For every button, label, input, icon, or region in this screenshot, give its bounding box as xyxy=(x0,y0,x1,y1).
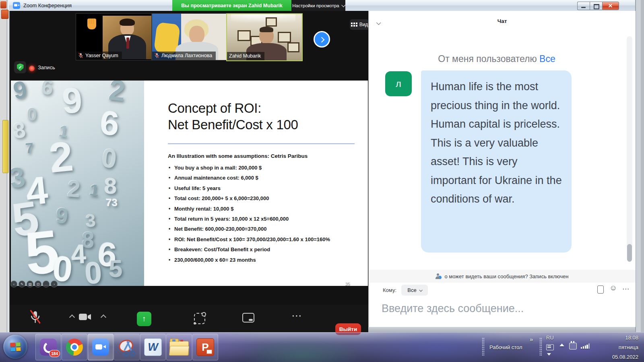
slide-bullet: Useful life: 5 years xyxy=(168,183,361,193)
taskbar-powerpoint-button[interactable]: P xyxy=(192,334,218,360)
camera-options-chevron[interactable] xyxy=(101,314,106,320)
taskbar-word-button[interactable]: W xyxy=(140,334,166,360)
numbers-art: 9692086172034281735935846005 xyxy=(11,81,144,286)
attach-file-icon[interactable] xyxy=(597,285,604,294)
windows-taskbar: 184 W P Рабочий стол » RU xyxy=(0,332,644,362)
desktop: Zoom Конференция Вы просматриваете экран… xyxy=(0,0,644,362)
next-page-button[interactable] xyxy=(314,31,330,48)
chat-panel: Чат От меня пользователю Все л Human lif… xyxy=(368,11,636,327)
zoom-slide-icon[interactable]: ⊡ xyxy=(35,281,41,288)
annotation-icon[interactable] xyxy=(194,313,205,324)
taskbar-chrome-button[interactable] xyxy=(62,334,87,360)
digit-art: 8 xyxy=(12,118,27,142)
remote-screen-icon[interactable] xyxy=(242,313,254,323)
digit-art: 1 xyxy=(89,182,100,199)
video-tile-zahid-active[interactable]: Zahid Mubarik xyxy=(226,13,303,61)
slide-bullet: Annual maintenance cost: 6,000 $ xyxy=(168,173,361,183)
slide-bullet: Monthly rental: 10,000 $ xyxy=(168,204,361,214)
microphone-muted-button[interactable] xyxy=(29,310,41,325)
language-menu-arrow[interactable] xyxy=(547,353,551,356)
video-tile-yasser[interactable]: Yasser Qayum xyxy=(76,13,152,60)
more-toolbar-icon[interactable]: ⋯ xyxy=(291,310,302,322)
participant-name: Yasser Qayum xyxy=(85,53,118,58)
slide-content: Concept of ROI: Net Benefit/Cost x 100 A… xyxy=(144,81,368,286)
view-button[interactable]: Вид xyxy=(350,19,369,30)
start-button[interactable] xyxy=(3,335,27,359)
background-highlight-cell xyxy=(2,120,8,173)
toolbar-expand-chevron[interactable]: » xyxy=(530,336,533,343)
digit-art: 0 xyxy=(27,105,37,123)
message-input[interactable] xyxy=(381,299,624,318)
view-settings-label: Настройки просмотра xyxy=(292,3,339,8)
digit-art: 7 xyxy=(25,141,34,155)
certificate-frame xyxy=(287,42,299,52)
more-options-icon[interactable]: … xyxy=(43,281,50,288)
window-controls xyxy=(577,2,619,10)
minimize-button[interactable] xyxy=(577,2,590,10)
chat-scrollbar-track[interactable] xyxy=(627,36,632,261)
digit-art: 2 xyxy=(47,135,75,179)
slide-page-number: 35 xyxy=(345,282,350,287)
taskbar-snipping-button[interactable] xyxy=(114,334,140,360)
network-tray-icon[interactable] xyxy=(569,343,577,350)
certificate-frame xyxy=(237,30,251,41)
keyboard-layout-icon[interactable] xyxy=(546,344,554,350)
viber-badge: 184 xyxy=(49,350,60,357)
all-slides-icon[interactable]: ▤ xyxy=(27,281,33,288)
security-shield-button[interactable]: ✓ xyxy=(14,61,26,73)
slide-title: Concept of ROI: Net Benefit/Cost x 100 xyxy=(168,100,298,133)
participant-nameplate: Людмила Лахтионова xyxy=(152,52,216,60)
presenter-controls: ‹ ✎ ▤ ⊡ … › xyxy=(10,280,58,288)
participant-name: Zahid Mubarik xyxy=(229,53,261,59)
share-screen-button[interactable]: ↑ xyxy=(137,312,151,326)
slide-bullet: 230,000/600,000 x 60= 23 months xyxy=(168,255,361,265)
mic-muted-icon xyxy=(154,53,159,58)
slide-bullet: Total cost: 200,000+ 5 x 6,000=230,000 xyxy=(168,193,361,203)
taskbar-zoom-button[interactable] xyxy=(88,334,114,360)
show-hidden-icons-button[interactable] xyxy=(559,343,564,346)
digit-art: 5 xyxy=(109,257,122,281)
viber-icon: 184 xyxy=(40,339,57,356)
grid-view-icon xyxy=(351,23,353,24)
mic-options-chevron[interactable] xyxy=(69,314,75,320)
slide-bullet: ROI: Net Benefit/Cost x 100= 370,000/230… xyxy=(168,234,361,244)
powerpoint-icon: P xyxy=(196,338,214,356)
taskbar-viber-button[interactable]: 184 xyxy=(35,334,61,360)
chevron-down-icon xyxy=(341,3,345,7)
slide-subtitle: An Illustration with some assumptions: C… xyxy=(168,153,308,159)
thread-target-link[interactable]: Все xyxy=(539,54,555,64)
prev-slide-icon[interactable]: ‹ xyxy=(10,281,17,288)
maximize-button[interactable] xyxy=(590,2,602,10)
emoji-icon[interactable]: ☺ xyxy=(609,283,617,292)
chat-scrollbar-thumb[interactable] xyxy=(627,244,632,262)
slide-bullet: You buy a shop in a mall: 200,000 $ xyxy=(168,163,361,173)
clock-time: 18:08 xyxy=(602,333,638,343)
send-to-value: Все xyxy=(407,287,416,293)
slide-title-line1: Concept of ROI: xyxy=(168,100,298,116)
toolbar-grip[interactable] xyxy=(539,337,542,356)
close-button[interactable] xyxy=(602,2,619,10)
chevron-down-icon xyxy=(419,288,422,292)
digit-art: 2 xyxy=(66,177,81,201)
meeting-toolbar: ↑ ⋯ Выйти xyxy=(10,305,369,332)
toolbar-grip[interactable] xyxy=(482,337,485,356)
digit-art: 0 xyxy=(84,257,103,286)
sender-avatar: л xyxy=(385,71,412,96)
taskbar-explorer-button[interactable] xyxy=(166,334,192,360)
thread-from-label: От меня пользователю xyxy=(438,54,537,64)
next-slide-icon[interactable]: › xyxy=(51,281,58,288)
tray-clock[interactable]: 18:08 пятница 05.08.2022 xyxy=(602,333,638,362)
language-indicator[interactable]: RU xyxy=(546,335,554,341)
send-to-dropdown[interactable]: Все xyxy=(401,285,428,296)
camera-button[interactable] xyxy=(78,311,92,323)
desktop-toolbar-label[interactable]: Рабочий стол xyxy=(489,344,522,350)
video-tile-lyudmila[interactable]: Людмила Лахтионова xyxy=(152,13,227,60)
signal-bars-icon[interactable] xyxy=(581,343,590,349)
person-shield-icon xyxy=(436,273,442,279)
shield-check-icon: ✓ xyxy=(17,64,24,71)
pen-icon[interactable]: ✎ xyxy=(19,281,25,288)
chat-more-icon[interactable]: ⋯ xyxy=(622,285,630,293)
view-settings-dropdown[interactable]: Настройки просмотра xyxy=(291,0,345,11)
participant-name: Людмила Лахтионова xyxy=(161,53,212,58)
view-button-label: Вид xyxy=(359,22,368,27)
